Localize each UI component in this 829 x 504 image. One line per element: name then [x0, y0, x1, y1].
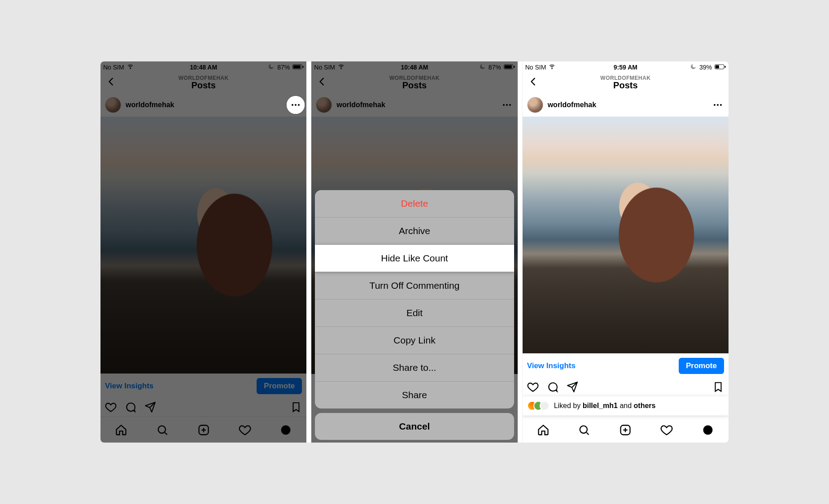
svg-point-4 [292, 104, 293, 106]
svg-point-0 [130, 68, 131, 69]
tab-profile[interactable] [701, 423, 715, 437]
battery-icon [715, 64, 726, 71]
nav-header: WORLDOFMEHAK Posts [523, 73, 729, 93]
dnd-moon-icon [690, 63, 697, 71]
svg-point-23 [720, 104, 722, 106]
sheet-item-turn-off-commenting[interactable]: Turn Off Commenting [315, 272, 514, 299]
post-username[interactable]: worldofmehak [336, 101, 385, 109]
avatar[interactable] [527, 97, 543, 113]
header-title: Posts [100, 80, 306, 91]
share-icon[interactable] [144, 401, 156, 413]
svg-point-10 [341, 68, 341, 69]
status-bar: No SIM 9:59 AM 39% [523, 61, 729, 73]
view-insights-link[interactable]: View Insights [527, 361, 576, 370]
header-title: Posts [523, 80, 729, 91]
tab-search[interactable] [577, 423, 591, 437]
sheet-item-share[interactable]: Share [315, 381, 514, 408]
likes-facepile [527, 401, 550, 411]
promote-button[interactable]: Promote [257, 378, 302, 394]
tab-home[interactable] [114, 423, 128, 437]
action-sheet-cancel[interactable]: Cancel [315, 413, 514, 440]
tab-home[interactable] [537, 423, 550, 437]
status-bar: No SIM 10:48 AM 87% [100, 61, 306, 73]
tab-activity[interactable] [660, 423, 673, 437]
avatar[interactable] [316, 97, 332, 113]
sheet-item-delete[interactable]: Delete [315, 190, 514, 217]
post-username[interactable]: worldofmehak [126, 101, 174, 109]
svg-rect-2 [293, 65, 301, 68]
tab-search[interactable] [156, 423, 169, 437]
comment-icon[interactable] [547, 381, 558, 393]
likes-text: Liked by billel_mh1 and others [554, 402, 656, 410]
post-actions [523, 378, 729, 396]
screen-1: No SIM 10:48 AM 87% WORLDOFMEHAK [100, 61, 306, 443]
back-button[interactable] [316, 77, 328, 89]
sheet-item-hide-like-count[interactable]: Hide Like Count [315, 244, 514, 272]
svg-rect-20 [724, 66, 725, 68]
tab-bar [523, 417, 729, 443]
like-icon[interactable] [105, 401, 117, 413]
clock-text: 10:48 AM [157, 64, 250, 71]
insights-row: View Insights Promote [523, 353, 729, 378]
save-icon[interactable] [290, 401, 302, 413]
svg-point-15 [506, 104, 508, 106]
back-button[interactable] [105, 77, 118, 89]
screen-2: No SIM 10:48 AM 87% WORLDOFMEHAK [311, 61, 517, 443]
post-photo[interactable] [100, 117, 306, 374]
action-sheet: DeleteArchiveHide Like CountTurn Off Com… [315, 190, 514, 440]
back-button[interactable] [527, 77, 540, 89]
wifi-icon [338, 63, 345, 71]
sheet-item-edit[interactable]: Edit [315, 299, 514, 326]
svg-point-14 [503, 104, 505, 106]
view-insights-link[interactable]: View Insights [105, 382, 153, 391]
svg-point-22 [717, 104, 719, 106]
carrier-text: No SIM [525, 64, 546, 71]
svg-point-16 [509, 104, 511, 106]
promote-button[interactable]: Promote [679, 358, 724, 374]
share-icon[interactable] [567, 381, 578, 393]
carrier-text: No SIM [103, 64, 124, 71]
post-more-button[interactable] [711, 99, 724, 111]
tab-create[interactable] [619, 423, 632, 437]
svg-point-5 [295, 104, 297, 106]
svg-point-24 [580, 426, 587, 433]
likes-row[interactable]: Liked by billel_mh1 and others [523, 396, 729, 415]
sheet-item-share-to[interactable]: Share to... [315, 354, 514, 381]
dnd-moon-icon [479, 63, 486, 71]
post-header: worldofmehak [523, 93, 729, 117]
dnd-moon-icon [268, 63, 275, 71]
post-header: worldofmehak [100, 93, 306, 117]
sheet-item-copy-link[interactable]: Copy Link [315, 326, 514, 354]
save-icon[interactable] [712, 381, 724, 393]
svg-point-9 [281, 425, 291, 434]
tab-activity[interactable] [238, 423, 252, 437]
carrier-text: No SIM [314, 64, 335, 71]
like-icon[interactable] [527, 381, 539, 393]
post-username[interactable]: worldofmehak [548, 101, 596, 109]
post-actions [100, 399, 306, 417]
post-photo[interactable] [523, 117, 729, 353]
svg-rect-19 [716, 65, 719, 68]
avatar[interactable] [105, 97, 121, 113]
svg-point-6 [298, 104, 300, 106]
clock-text: 9:59 AM [579, 64, 672, 71]
insights-row: View Insights Promote [100, 374, 306, 399]
wifi-icon [549, 63, 555, 71]
comment-icon[interactable] [125, 401, 136, 413]
svg-point-21 [714, 104, 716, 106]
sheet-item-archive[interactable]: Archive [315, 217, 514, 244]
action-sheet-panel: DeleteArchiveHide Like CountTurn Off Com… [315, 190, 514, 408]
svg-point-26 [703, 425, 713, 434]
post-more-button[interactable] [289, 99, 302, 111]
post-more-button[interactable] [501, 99, 513, 111]
screen-3: No SIM 9:59 AM 39% WORLDOFMEHAK [522, 61, 729, 443]
header-title: Posts [311, 80, 517, 91]
svg-point-17 [552, 68, 552, 69]
tutorial-three-panel: No SIM 10:48 AM 87% WORLDOFMEHAK [100, 61, 729, 443]
tab-bar [100, 417, 306, 443]
tab-profile[interactable] [279, 423, 292, 437]
tab-create[interactable] [197, 423, 210, 437]
nav-header: WORLDOFMEHAK Posts [311, 73, 517, 93]
svg-rect-13 [514, 66, 515, 68]
battery-percent: 87% [489, 64, 501, 71]
